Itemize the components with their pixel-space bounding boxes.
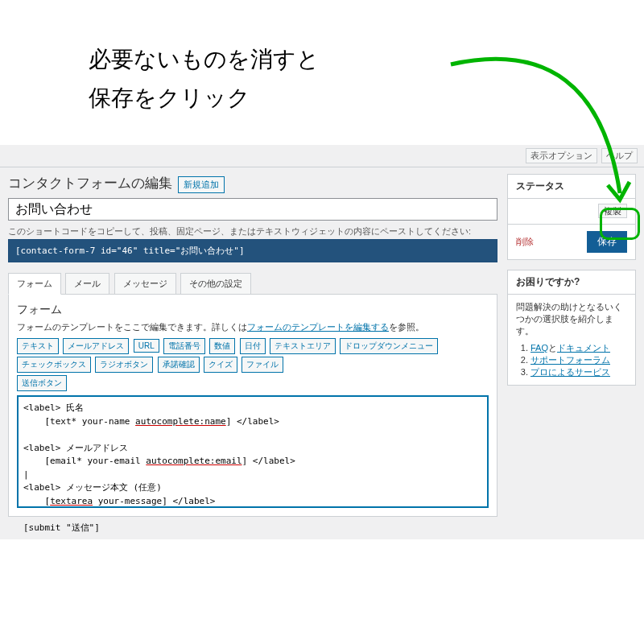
status-heading: ステータス — [508, 175, 635, 199]
help-item-2: サポートフォーラム — [530, 354, 627, 366]
help-item-1: FAQとドキュメント — [530, 342, 627, 354]
tag-btn-email[interactable]: メールアドレス — [63, 338, 129, 354]
template-help-link[interactable]: フォームのテンプレートを編集する — [247, 322, 389, 332]
tag-btn-text[interactable]: テキスト — [17, 338, 59, 354]
annotation-line-2: 保存をクリック — [89, 79, 320, 118]
form-panel: フォーム フォームのテンプレートをここで編集できます。詳しくはフォームのテンプレ… — [8, 295, 497, 517]
help-link-docs[interactable]: ドキュメント — [557, 343, 610, 353]
main-column: コンタクトフォームの編集 新規追加 このショートコードをコピーして、投稿、固定ペ… — [8, 174, 497, 517]
help-link-faq[interactable]: FAQ — [530, 343, 548, 353]
tag-btn-tel[interactable]: 電話番号 — [163, 338, 205, 354]
annotation-area: 必要ないものを消すと 保存をクリック — [0, 0, 644, 145]
help-list: FAQとドキュメント サポートフォーラム プロによるサービス — [516, 342, 627, 378]
tab-settings[interactable]: その他の設定 — [180, 273, 251, 294]
help-box: お困りですか? 問題解決の助けとなるいくつかの選択肢を紹介します。 FAQとドキ… — [507, 270, 636, 386]
tabs: フォーム メール メッセージ その他の設定 — [8, 272, 497, 295]
help-tab-btn[interactable]: ヘルプ — [601, 148, 638, 163]
tag-btn-submit[interactable]: 送信ボタン — [17, 375, 67, 391]
tag-btn-textarea[interactable]: テキストエリア — [270, 338, 336, 354]
annotation-line-1: 必要ないものを消すと — [89, 40, 320, 79]
screen-options-row: 表示オプション ヘルプ — [0, 145, 644, 167]
tag-btn-quiz[interactable]: クイズ — [204, 357, 237, 373]
page-title: コンタクトフォームの編集 — [8, 174, 172, 192]
tag-btn-date[interactable]: 日付 — [240, 338, 266, 354]
help-link-pro[interactable]: プロによるサービス — [530, 367, 610, 377]
form-description: フォームのテンプレートをここで編集できます。詳しくはフォームのテンプレートを編集… — [17, 321, 489, 333]
tag-btn-radio[interactable]: ラジオボタン — [95, 357, 153, 373]
shortcode-hint: このショートコードをコピーして、投稿、固定ページ、またはテキストウィジェットの内… — [8, 225, 497, 237]
help-heading: お困りですか? — [508, 270, 635, 295]
form-section-heading: フォーム — [17, 303, 489, 317]
delete-link[interactable]: 削除 — [516, 236, 534, 248]
form-title-input[interactable] — [8, 198, 497, 221]
tab-mail[interactable]: メール — [65, 273, 109, 294]
form-template-textarea[interactable]: <label> 氏名 [text* your-name autocomplete… — [17, 395, 489, 508]
annotation-text: 必要ないものを消すと 保存をクリック — [89, 40, 320, 117]
tag-btn-number[interactable]: 数値 — [209, 338, 235, 354]
screen-options-btn[interactable]: 表示オプション — [526, 148, 597, 163]
shortcode-box[interactable]: [contact-form-7 id="46" title="お問い合わせ"] — [8, 239, 497, 262]
annotation-highlight-box — [600, 208, 640, 240]
tag-btn-url[interactable]: URL — [134, 339, 159, 353]
tag-btn-checkbox[interactable]: チェックボックス — [17, 357, 91, 373]
tag-generator-buttons: テキスト メールアドレス URL 電話番号 数値 日付 テキストエリア ドロップ… — [17, 338, 489, 394]
help-link-forum[interactable]: サポートフォーラム — [530, 355, 610, 365]
admin-page: 表示オプション ヘルプ コンタクトフォームの編集 新規追加 このショートコードを… — [0, 145, 644, 539]
tab-messages[interactable]: メッセージ — [114, 273, 176, 294]
tab-form[interactable]: フォーム — [8, 273, 61, 295]
tag-btn-file[interactable]: ファイル — [242, 357, 283, 373]
help-item-3: プロによるサービス — [530, 366, 627, 378]
tag-btn-acceptance[interactable]: 承諾確認 — [158, 357, 200, 373]
tag-btn-dropdown[interactable]: ドロップダウンメニュー — [340, 338, 438, 354]
add-new-button[interactable]: 新規追加 — [178, 176, 225, 193]
help-description: 問題解決の助けとなるいくつかの選択肢を紹介します。 — [516, 301, 627, 337]
